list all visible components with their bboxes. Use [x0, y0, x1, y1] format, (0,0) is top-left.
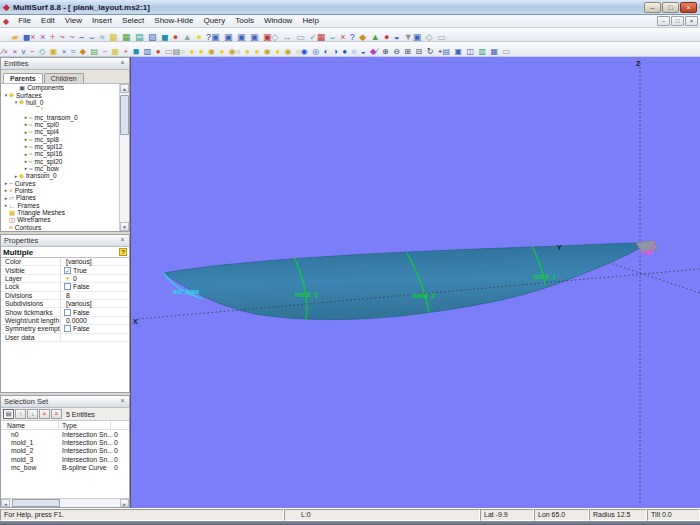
add-entity-icon[interactable]: + — [124, 47, 129, 56]
refresh-icon[interactable]: ↻ — [427, 47, 434, 56]
show-selected-icon[interactable]: ● — [189, 47, 194, 56]
column-header-name[interactable]: Name — [1, 421, 59, 429]
bead-entity-icon[interactable]: v — [22, 47, 26, 56]
tree-item[interactable]: ≡ Contours — [1, 224, 129, 231]
zoom-in-icon[interactable]: ⊕ — [382, 47, 389, 56]
grid-entity-icon[interactable]: ▣ — [50, 47, 58, 56]
contour-entity-icon[interactable]: ~ — [102, 47, 107, 56]
text-entity-icon[interactable]: ▭ — [165, 47, 173, 56]
surface-entity-icon[interactable]: ▦ — [112, 47, 120, 56]
hide-all-icon[interactable]: ○ — [236, 47, 241, 56]
zoom-previous-icon[interactable]: ⊟ — [415, 47, 422, 56]
solid-entity-icon[interactable]: ◼ — [133, 47, 140, 56]
tree-item[interactable]: ▸ ∟ Frames — [1, 202, 129, 209]
curve-entity-icon[interactable]: ~ — [30, 47, 35, 56]
point-entity-icon[interactable]: × — [62, 47, 67, 56]
checkbox[interactable] — [64, 283, 71, 290]
property-row[interactable]: User data — [1, 334, 129, 342]
property-row[interactable]: Symmetry exempt False — [1, 325, 129, 333]
zoom-out-icon[interactable]: ⊖ — [393, 47, 400, 56]
checkbox[interactable] — [64, 325, 71, 332]
show-parents-icon[interactable]: ● — [199, 47, 204, 56]
mdi-minimize-button[interactable]: – — [657, 16, 670, 26]
view-front-icon[interactable]: ▣ — [454, 47, 462, 56]
outline-mode-icon[interactable]: ◎ — [312, 47, 319, 56]
property-value[interactable]: False — [61, 283, 129, 290]
mdi-restore-button[interactable]: □ — [671, 16, 684, 26]
property-row[interactable]: Show tickmarks False — [1, 308, 129, 316]
property-row[interactable]: Visible ✓ True — [1, 266, 129, 274]
table-row[interactable]: mold_2 Intersection Sn... 0 — [1, 447, 129, 455]
tree-item[interactable]: ▣ Components — [1, 84, 129, 91]
tree-item[interactable]: ▸ ≈ mc_transom_0 — [1, 113, 129, 120]
tree-item[interactable]: ▾ ◆ hull_0 — [1, 99, 129, 106]
hull-surface[interactable] — [164, 243, 643, 320]
table-row[interactable]: n0 Intersection Sn... 0 — [1, 430, 129, 438]
hide-parents-icon[interactable]: ● — [254, 47, 259, 56]
view-side-icon[interactable]: ◫ — [467, 47, 475, 56]
zoom-window-icon[interactable]: ⊞ — [404, 47, 411, 56]
mdi-close-button[interactable]: × — [685, 16, 698, 26]
property-value[interactable]: [various] — [61, 258, 129, 265]
scrollbar-thumb[interactable] — [12, 499, 60, 507]
plane-entity-icon[interactable]: ◇ — [39, 47, 45, 56]
magnet-entity-icon[interactable]: × — [3, 47, 8, 56]
help-icon[interactable]: ? — [119, 248, 127, 256]
tree-item[interactable]: ▸ ≈ mc_spl8 — [1, 135, 129, 142]
view-iso-icon[interactable]: ▦ — [491, 47, 499, 56]
tree-item[interactable]: ▸ ≈ mc_spl20 — [1, 157, 129, 164]
hide-layer-icon[interactable]: ◉ — [284, 47, 291, 56]
frame-entity-icon[interactable]: ◆ — [80, 47, 86, 56]
property-value[interactable]: ● 0 — [61, 275, 129, 282]
knot-entity-icon[interactable]: ● — [156, 47, 161, 56]
view-top-icon[interactable]: ▥ — [479, 47, 487, 56]
property-value[interactable]: ✓ True — [61, 267, 129, 274]
mesh-entity-icon[interactable]: ▤ — [90, 47, 98, 56]
remove-icon[interactable]: × — [39, 409, 50, 419]
scrollbar-thumb[interactable] — [120, 95, 129, 135]
checkbox[interactable]: ● — [64, 275, 71, 282]
property-value[interactable]: False — [61, 309, 129, 316]
tree-item[interactable]: ▸ ≈ mc_spl12 — [1, 143, 129, 150]
tree-item[interactable]: ▸ ◆ transom_0 — [1, 172, 129, 179]
clear-set-icon[interactable]: × — [51, 409, 62, 419]
hide-named-icon[interactable]: ● — [275, 47, 280, 56]
selection-hscrollbar[interactable]: ◂ ▸ — [1, 498, 129, 507]
restore-button[interactable]: □ — [662, 2, 679, 13]
property-row[interactable]: Lock False — [1, 283, 129, 291]
tree-scrollbar[interactable]: ▲ ▼ — [119, 84, 129, 231]
property-value[interactable]: False — [61, 325, 129, 332]
ring-entity-icon[interactable]: × — [12, 47, 17, 56]
close-icon[interactable]: × — [118, 59, 127, 68]
tree-item[interactable]: * — [1, 106, 129, 113]
column-header-type[interactable]: Type — [59, 421, 111, 429]
hidden-mode-icon[interactable]: ○ — [351, 47, 356, 56]
tree-item[interactable]: ◫ Wireframes — [1, 216, 129, 223]
move-up-icon[interactable]: ↑ — [15, 409, 26, 419]
move-down-icon[interactable]: ↓ — [27, 409, 38, 419]
property-value[interactable]: 8 — [61, 292, 129, 299]
wireframe-mode-icon[interactable]: ◉ — [301, 47, 308, 56]
half-mode-icon[interactable]: ◒ — [361, 47, 366, 56]
close-icon[interactable]: × — [118, 397, 127, 406]
printer-icon[interactable]: ▤ — [173, 47, 181, 56]
property-row[interactable]: Weight/unit length 0.0000 — [1, 317, 129, 325]
tree-item[interactable]: ▸ ~ Curves — [1, 179, 129, 186]
list-view-icon[interactable]: ▤ — [3, 409, 14, 419]
show-all-icon[interactable]: ○ — [180, 47, 185, 56]
view-persp-icon[interactable]: ▭ — [503, 47, 511, 56]
close-button[interactable]: × — [680, 2, 697, 13]
tree-item[interactable]: ▸ ≈ mc_spl4 — [1, 128, 129, 135]
close-icon[interactable]: × — [118, 236, 127, 245]
table-row[interactable]: mold_3 Intersection Sn... 0 — [1, 455, 129, 463]
table-row[interactable]: mc_bow B-spline Curve 0 — [1, 464, 129, 472]
shaded-mode-icon[interactable]: ◐ — [324, 47, 329, 56]
shaded2-mode-icon[interactable]: ◑ — [333, 47, 338, 56]
tree-item[interactable]: ▦ Triangle Meshes — [1, 209, 129, 216]
tree-item[interactable]: ▸ × Points — [1, 187, 129, 194]
show-children-icon[interactable]: ◉ — [208, 47, 215, 56]
table-row[interactable]: mold_1 Intersection Sn... 0 — [1, 438, 129, 446]
solid-mode-icon[interactable]: ● — [342, 47, 347, 56]
property-row[interactable]: Subdivisions [various] — [1, 300, 129, 308]
scroll-left-icon[interactable]: ◂ — [1, 499, 10, 507]
